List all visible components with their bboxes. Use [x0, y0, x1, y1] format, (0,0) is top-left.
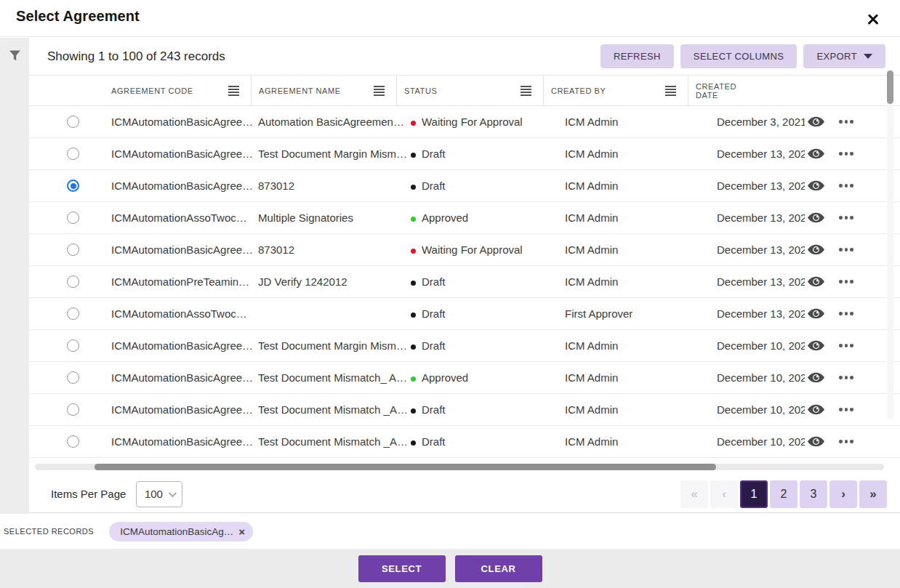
horizontal-scrollbar-thumb[interactable]	[95, 464, 716, 470]
created-by-cell: ICM Admin	[565, 212, 717, 224]
view-icon[interactable]	[808, 244, 824, 255]
view-icon[interactable]	[808, 116, 824, 127]
status-cell: Draft	[411, 275, 565, 288]
view-icon[interactable]	[808, 212, 824, 223]
view-icon[interactable]	[808, 404, 824, 415]
more-actions-icon[interactable]	[839, 120, 853, 124]
agreement-name-cell: JD Verify 1242012	[258, 275, 411, 288]
more-actions-icon[interactable]	[839, 184, 853, 188]
status-label: Draft	[422, 339, 446, 352]
selected-record-chip: ICMAutomationBasicAg… ×	[109, 522, 253, 541]
table-row[interactable]: ICMAutomationBasicAgree… Test Document M…	[29, 426, 900, 458]
row-actions	[805, 404, 877, 415]
filter-icon[interactable]	[9, 49, 21, 62]
more-actions-icon[interactable]	[839, 344, 853, 347]
agreement-name-cell: Test Document Margin Mism…	[258, 148, 411, 160]
row-radio[interactable]	[67, 243, 79, 256]
created-date-cell: December 13, 2021	[717, 275, 805, 288]
page-button-3[interactable]: 3	[800, 480, 827, 508]
vertical-scrollbar-thumb[interactable]	[887, 71, 893, 104]
grid-panel: Showing 1 to 100 of 243 records REFRESH …	[29, 38, 900, 513]
view-icon[interactable]	[808, 148, 824, 159]
status-cell: Draft	[411, 339, 565, 352]
items-per-page-select[interactable]: 100	[136, 481, 182, 507]
first-page-button[interactable]: «	[680, 480, 708, 508]
agreement-name-cell: Test Document Mismatch _A…	[258, 403, 411, 416]
table-row[interactable]: ICMAutomationPreTeamin… JD Verify 124201…	[29, 266, 900, 298]
row-radio[interactable]	[67, 435, 79, 448]
view-icon[interactable]	[808, 276, 824, 287]
more-actions-icon[interactable]	[839, 312, 853, 315]
row-radio[interactable]	[67, 403, 79, 416]
table-row[interactable]: ICMAutomationAssoTwoc… Multiple Signator…	[29, 202, 900, 234]
created-date-cell: December 10, 2021	[717, 371, 805, 384]
table-row[interactable]: ICMAutomationBasicAgree… Test Document M…	[29, 138, 900, 170]
row-radio[interactable]	[67, 339, 79, 352]
view-icon[interactable]	[808, 372, 824, 383]
created-date-cell: December 10, 2021	[717, 339, 805, 352]
prev-page-button[interactable]: ‹	[710, 480, 738, 508]
view-icon[interactable]	[808, 436, 824, 447]
selected-records-label: SELECTED RECORDS	[4, 527, 94, 536]
row-actions	[805, 180, 877, 191]
row-radio[interactable]	[67, 307, 79, 320]
more-actions-icon[interactable]	[839, 280, 853, 283]
more-actions-icon[interactable]	[839, 152, 853, 156]
column-menu-icon[interactable]	[665, 86, 676, 96]
more-actions-icon[interactable]	[839, 440, 853, 443]
table-row[interactable]: ICMAutomationBasicAgree… Test Document M…	[29, 394, 900, 426]
export-button[interactable]: EXPORT	[803, 44, 885, 68]
page-button-1[interactable]: 1	[740, 480, 768, 508]
agreement-code-cell: ICMAutomationBasicAgree…	[111, 339, 258, 352]
row-radio[interactable]	[67, 275, 79, 288]
header-actions	[779, 76, 852, 105]
filter-rail	[0, 38, 29, 514]
row-radio[interactable]	[67, 148, 79, 160]
status-dot	[411, 345, 416, 350]
chevron-down-icon	[169, 488, 177, 496]
close-icon[interactable]	[865, 12, 881, 28]
row-radio[interactable]	[67, 212, 79, 224]
refresh-button[interactable]: REFRESH	[600, 44, 674, 68]
table-row[interactable]: ICMAutomationBasicAgree… Test Document M…	[29, 362, 900, 394]
more-actions-icon[interactable]	[839, 376, 853, 379]
table-row[interactable]: ICMAutomationBasicAgree… 873012 Draft IC…	[29, 170, 900, 202]
row-actions	[805, 244, 877, 255]
table-row[interactable]: ICMAutomationBasicAgree… 873012 Waiting …	[29, 234, 900, 266]
pagination-bar: Items Per Page 100 « ‹ 1 2 3 › »	[29, 475, 900, 513]
column-menu-icon[interactable]	[228, 86, 239, 96]
clear-button[interactable]: CLEAR	[455, 555, 542, 582]
header-agreement-code: AGREEMENT CODE	[111, 76, 258, 105]
created-date-cell: December 13, 2021	[717, 243, 805, 256]
view-icon[interactable]	[808, 180, 824, 191]
record-count-text: Showing 1 to 100 of 243 records	[47, 49, 225, 64]
remove-chip-icon[interactable]: ×	[238, 526, 245, 537]
row-radio[interactable]	[67, 116, 79, 128]
more-actions-icon[interactable]	[839, 408, 853, 411]
table-row[interactable]: ICMAutomationBasicAgree… Automation Basi…	[29, 106, 900, 138]
agreement-name-cell: Automation BasicAgreemen…	[258, 116, 411, 128]
status-cell: Draft	[411, 148, 565, 160]
column-menu-icon[interactable]	[374, 86, 385, 96]
select-columns-button[interactable]: SELECT COLUMNS	[680, 44, 797, 68]
vertical-scrollbar[interactable]	[887, 69, 893, 419]
table-row[interactable]: ICMAutomationAssoTwoc… Draft First Appro…	[29, 298, 900, 330]
status-cell: Waiting For Approval	[411, 116, 565, 128]
view-icon[interactable]	[808, 340, 824, 351]
table-row[interactable]: ICMAutomationBasicAgree… Test Document M…	[29, 330, 900, 362]
next-page-button[interactable]: ›	[829, 480, 857, 508]
last-page-button[interactable]: »	[859, 480, 887, 508]
more-actions-icon[interactable]	[839, 248, 853, 251]
view-icon[interactable]	[808, 308, 824, 319]
row-radio[interactable]	[67, 371, 79, 384]
horizontal-scrollbar[interactable]	[35, 464, 884, 470]
column-menu-icon[interactable]	[521, 86, 531, 96]
created-date-cell: December 10, 2021	[717, 403, 805, 416]
more-actions-icon[interactable]	[839, 216, 853, 220]
header-agreement-name: AGREEMENT NAME	[251, 76, 403, 105]
select-button[interactable]: SELECT	[358, 555, 446, 582]
page-button-2[interactable]: 2	[770, 480, 797, 508]
grid-toolbar: Showing 1 to 100 of 243 records REFRESH …	[29, 38, 900, 76]
created-date-cell: December 13, 2021	[717, 148, 805, 160]
row-radio[interactable]	[67, 180, 79, 192]
